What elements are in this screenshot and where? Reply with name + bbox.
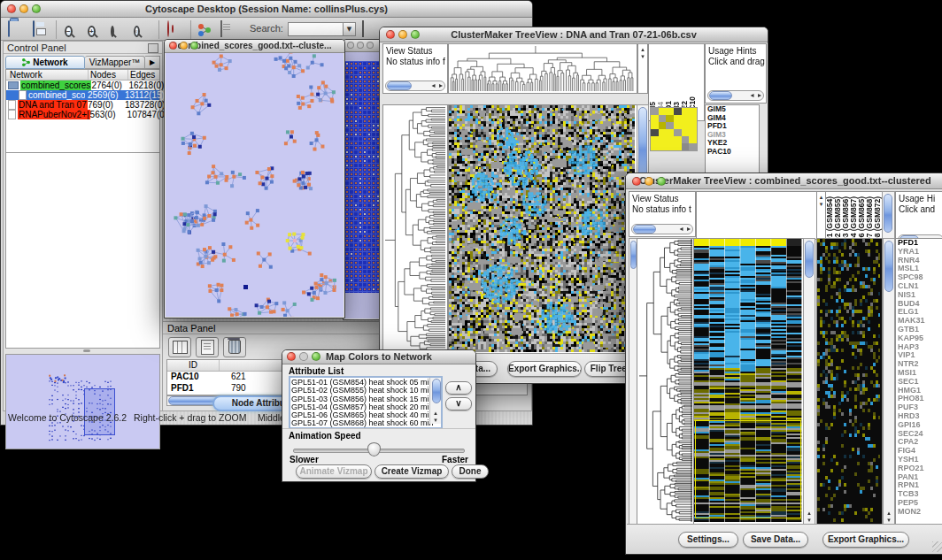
zoom-selected-icon: ▫ bbox=[134, 26, 140, 37]
row-dendrogram[interactable] bbox=[637, 238, 695, 525]
table-row[interactable]: DNA and Tran 07 769(0) 183728(0) bbox=[6, 100, 159, 110]
column-dendrogram[interactable] bbox=[696, 191, 818, 240]
tab-network[interactable]: Network bbox=[5, 56, 85, 69]
zoom-button[interactable] bbox=[190, 42, 198, 50]
zoom-out-button[interactable]: − bbox=[65, 21, 84, 38]
zoom-selected-button[interactable]: ▫ bbox=[134, 21, 153, 38]
attribute-items[interactable]: GPL51-01 (GSM854) heat shock 05 minGPL51… bbox=[291, 379, 429, 428]
minimize-button[interactable] bbox=[357, 42, 364, 49]
annotation-button[interactable] bbox=[220, 21, 240, 38]
tab-overflow-button[interactable]: ▶ bbox=[145, 56, 160, 69]
zoom-button[interactable] bbox=[32, 4, 41, 13]
close-button[interactable] bbox=[169, 42, 177, 50]
attribute-list[interactable]: GPL51-01 (GSM854) heat shock 05 minGPL51… bbox=[289, 376, 443, 429]
tab-vizmapper[interactable]: VizMapper™ bbox=[85, 56, 145, 69]
close-button[interactable] bbox=[287, 352, 296, 361]
vizmap-shortcut-button[interactable] bbox=[197, 21, 217, 38]
usage-hints-scrollbar[interactable]: ◂ ▸ bbox=[707, 90, 764, 101]
desktop: Cytoscape Desktop (Session Name: collins… bbox=[0, 0, 942, 560]
close-button[interactable] bbox=[7, 4, 16, 13]
main-titlebar[interactable]: Cytoscape Desktop (Session Name: collins… bbox=[1, 1, 532, 18]
animate-vizmap-button[interactable]: Animate Vizmap bbox=[296, 464, 372, 479]
view-status-panel: View StatusNo status info t ◂ ▸ bbox=[629, 191, 696, 237]
row-dendrogram[interactable] bbox=[382, 104, 448, 355]
save-session-button[interactable] bbox=[33, 21, 52, 38]
zoom-button[interactable] bbox=[411, 30, 420, 39]
label-scroll-strip[interactable]: ▴▾ bbox=[637, 43, 648, 94]
export-graphics-button[interactable]: Export Graphics... bbox=[822, 532, 909, 548]
view-status-scrollbar[interactable]: ◂ ▸ bbox=[385, 81, 445, 91]
zoom-in-icon: + bbox=[88, 26, 96, 37]
view-status-scrollbar[interactable]: ◂ ▸ bbox=[631, 224, 693, 234]
resize-grip[interactable] bbox=[932, 541, 942, 552]
file-icon bbox=[8, 100, 16, 110]
network-canvas-area[interactable] bbox=[344, 52, 383, 318]
minimize-button[interactable] bbox=[645, 177, 653, 186]
help-lifesaver-icon bbox=[167, 20, 169, 37]
search-label: Search: bbox=[250, 23, 283, 34]
gene-name-list[interactable]: PFD1YRA1RNR4MSL1SPC98CLN1NIS1BUD4ELG1MAK… bbox=[895, 238, 942, 525]
minimize-button[interactable] bbox=[299, 352, 308, 361]
network-tab-icon bbox=[22, 58, 30, 66]
minimize-button[interactable] bbox=[180, 42, 188, 50]
create-attribute-button[interactable] bbox=[196, 337, 219, 357]
table-row[interactable]: RNAPuberNov2+| 563(0) 107847(0) bbox=[6, 110, 159, 119]
search-dropdown-button[interactable]: ▼ bbox=[343, 22, 356, 36]
zoom-fit-button[interactable] bbox=[111, 21, 130, 38]
heatmap-vscrollbar[interactable]: ▴▾ bbox=[803, 238, 815, 525]
save-data-button[interactable]: Save Data... bbox=[743, 532, 808, 548]
move-down-button[interactable]: ∨ bbox=[445, 397, 472, 410]
zoom-in-button[interactable]: + bbox=[88, 21, 107, 38]
close-button[interactable] bbox=[347, 42, 354, 49]
global-vscrollbar[interactable]: ▴▾ bbox=[883, 238, 895, 525]
attribute-list-vscrollbar[interactable]: ▴▾ bbox=[429, 378, 441, 424]
global-heatmap-view[interactable] bbox=[816, 238, 883, 525]
done-button[interactable]: Done bbox=[452, 464, 489, 479]
id-column-header[interactable]: ID bbox=[167, 360, 220, 371]
close-button[interactable] bbox=[632, 177, 641, 186]
network-table-header[interactable]: Network Nodes Edges bbox=[6, 70, 159, 81]
network-icon bbox=[197, 23, 212, 37]
heatmap-main[interactable] bbox=[448, 104, 637, 355]
split-handle[interactable] bbox=[83, 349, 90, 352]
global-matrix-view[interactable] bbox=[650, 107, 698, 151]
zoom-button[interactable] bbox=[312, 352, 320, 361]
delete-attribute-button[interactable] bbox=[223, 337, 246, 357]
dense-network-canvas[interactable] bbox=[344, 61, 383, 293]
network-tree-empty-area bbox=[5, 152, 160, 349]
minimize-button[interactable] bbox=[398, 30, 407, 39]
network-table: Network Nodes Edges combined_scores 2764… bbox=[5, 69, 160, 154]
close-button[interactable] bbox=[386, 30, 395, 39]
slider-thumb[interactable] bbox=[367, 442, 381, 456]
birdseye-canvas[interactable] bbox=[6, 355, 159, 447]
help-button[interactable] bbox=[167, 21, 187, 38]
heatmap-main[interactable] bbox=[693, 238, 805, 525]
zoom-button[interactable] bbox=[657, 177, 666, 186]
view-status-panel: View StatusNo status info f ◂ ▸ bbox=[382, 43, 448, 94]
birdseye-view[interactable] bbox=[5, 354, 160, 449]
status-hint-zoom: Right-click + drag to ZOOM bbox=[134, 410, 247, 425]
search-input[interactable] bbox=[288, 22, 344, 36]
network-canvas[interactable] bbox=[166, 53, 344, 317]
column-dendrogram[interactable] bbox=[448, 43, 637, 94]
network-view-window[interactable]: combined_scores_good.txt--cluste... bbox=[164, 39, 345, 318]
zoom-button[interactable] bbox=[367, 42, 374, 49]
folder-open-icon bbox=[8, 20, 10, 37]
control-panel-tabs: Network VizMapper™ ▶ bbox=[5, 56, 160, 69]
annotation-icon bbox=[220, 20, 222, 37]
settings-button[interactable]: Settings... bbox=[678, 532, 738, 548]
network-canvas-area[interactable] bbox=[166, 53, 344, 317]
table-icon bbox=[173, 341, 188, 354]
map-colors-dialog: Map Colors to Network Attribute List GPL… bbox=[282, 349, 476, 482]
open-session-button[interactable] bbox=[8, 21, 27, 38]
create-vizmap-button[interactable]: Create Vizmap bbox=[374, 464, 449, 479]
float-panel-icon[interactable] bbox=[148, 43, 158, 53]
export-graphics-button[interactable]: Export Graphics... bbox=[507, 361, 582, 377]
table-row[interactable]: combined_scores 2764(0) 16218(0) bbox=[6, 81, 159, 90]
treeview-window-combined: ClusterMaker TreeView : combined_scores_… bbox=[625, 173, 942, 555]
minimize-button[interactable] bbox=[19, 4, 28, 13]
select-attributes-button[interactable] bbox=[168, 337, 191, 357]
move-up-button[interactable]: ∧ bbox=[445, 381, 472, 395]
attribute-list-label: Attribute List bbox=[289, 366, 344, 376]
table-row-selected[interactable]: combined_sco 2569(6) 13112(15) bbox=[6, 90, 159, 100]
